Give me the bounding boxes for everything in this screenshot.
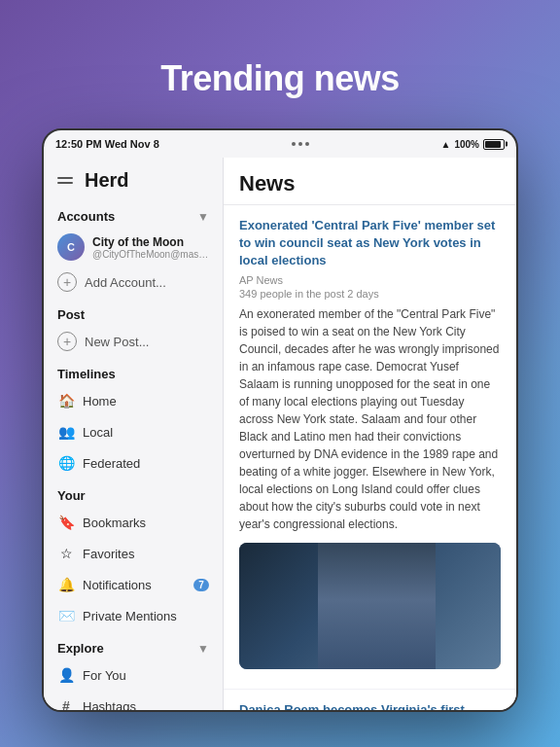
your-section-title: Your — [44, 479, 223, 507]
private-mentions-icon: ✉️ — [57, 607, 75, 624]
news-article-1-meta: 349 people in the post 2 days — [239, 288, 501, 300]
news-section-title: News — [239, 171, 501, 196]
federated-icon: 🌐 — [57, 454, 75, 472]
explore-section-header[interactable]: Explore ▼ — [44, 631, 223, 659]
bookmarks-label: Bookmarks — [83, 516, 146, 530]
status-bar: 12:50 PM Wed Nov 8 ▲ 100% — [44, 130, 516, 158]
trending-title: Trending news — [160, 0, 400, 128]
accounts-section-title: Accounts — [57, 209, 115, 224]
new-post-plus-icon: + — [57, 332, 77, 351]
account-handle: @CityOfTheMoon@mastodon.social — [92, 249, 209, 260]
timelines-section-title: Timelines — [44, 357, 223, 385]
local-icon: 👥 — [57, 423, 75, 441]
accounts-section-header[interactable]: Accounts ▼ — [44, 199, 223, 228]
notifications-badge: 7 — [193, 579, 209, 591]
add-account-button[interactable]: + Add Account... — [44, 267, 223, 298]
plus-circle-icon: + — [57, 272, 77, 292]
news-article-1-image — [239, 543, 501, 669]
main-content: News Exonerated 'Central Park Five' memb… — [224, 158, 516, 710]
app-layout: Herd Accounts ▼ C City of the Moon @City… — [44, 158, 516, 710]
battery-icon — [483, 139, 505, 150]
news-article-1-title[interactable]: Exonerated 'Central Park Five' member se… — [239, 217, 501, 270]
home-label: Home — [83, 394, 117, 409]
add-account-label: Add Account... — [85, 275, 166, 290]
sidebar-item-federated[interactable]: 🌐 Federated — [44, 447, 223, 479]
menu-icon[interactable] — [57, 171, 77, 191]
account-name: City of the Moon — [92, 235, 209, 249]
device-frame: 12:50 PM Wed Nov 8 ▲ 100% Herd — [42, 128, 518, 712]
sidebar-item-local[interactable]: 👥 Local — [44, 416, 223, 447]
account-item[interactable]: C City of the Moon @CityOfTheMoon@mastod… — [44, 228, 223, 267]
sidebar-item-favorites[interactable]: ☆ Favorites — [44, 538, 223, 569]
status-center-dots — [292, 142, 309, 146]
sidebar-item-hashtags[interactable]: # Hashtags — [44, 691, 223, 710]
accounts-chevron-icon: ▼ — [197, 210, 209, 224]
explore-chevron-icon: ▼ — [197, 642, 209, 656]
private-mentions-label: Private Mentions — [83, 609, 177, 623]
bookmarks-icon: 🔖 — [57, 514, 75, 531]
post-section-title: Post — [44, 298, 223, 326]
avatar: C — [57, 233, 85, 261]
sidebar-item-home[interactable]: 🏠 Home — [44, 385, 223, 416]
sidebar: Herd Accounts ▼ C City of the Moon @City… — [44, 158, 224, 710]
for-you-icon: 👤 — [57, 666, 75, 684]
sidebar-item-notifications[interactable]: 🔔 Notifications 7 — [44, 569, 223, 600]
new-post-button[interactable]: + New Post... — [44, 326, 223, 357]
sidebar-header: Herd — [44, 158, 223, 199]
explore-section-title: Explore — [57, 641, 104, 656]
favorites-icon: ☆ — [57, 545, 75, 562]
sidebar-item-bookmarks[interactable]: 🔖 Bookmarks — [44, 507, 223, 538]
notifications-icon: 🔔 — [57, 576, 75, 593]
federated-label: Federated — [83, 456, 140, 471]
new-post-label: New Post... — [85, 335, 149, 349]
news-article-1-source: AP News — [239, 274, 501, 286]
account-info: City of the Moon @CityOfTheMoon@mastodon… — [92, 235, 209, 260]
news-header: News — [224, 158, 516, 205]
wifi-icon: ▲ — [441, 139, 451, 150]
avatar-letter: C — [67, 241, 75, 253]
trending-title-section: Trending news — [160, 0, 400, 128]
for-you-label: For You — [83, 668, 126, 683]
status-time: 12:50 PM Wed Nov 8 — [55, 138, 159, 150]
notifications-label: Notifications — [83, 578, 152, 592]
local-label: Local — [83, 425, 113, 440]
sidebar-item-for-you[interactable]: 👤 For You — [44, 659, 223, 691]
hashtags-icon: # — [57, 697, 75, 710]
app-name: Herd — [85, 169, 129, 192]
sidebar-item-private-mentions[interactable]: ✉️ Private Mentions — [44, 600, 223, 631]
news-article-2-title[interactable]: Danica Roem becomes Virginia's first ope… — [239, 701, 501, 710]
news-article-2: Danica Roem becomes Virginia's first ope… — [224, 690, 516, 710]
news-article-1: Exonerated 'Central Park Five' member se… — [224, 205, 516, 690]
hashtags-label: Hashtags — [83, 699, 136, 711]
news-article-1-body: An exonerated member of the "Central Par… — [239, 305, 501, 533]
battery-pct: 100% — [454, 139, 479, 150]
favorites-label: Favorites — [83, 547, 134, 561]
status-right: ▲ 100% — [441, 139, 505, 150]
home-icon: 🏠 — [57, 392, 75, 409]
